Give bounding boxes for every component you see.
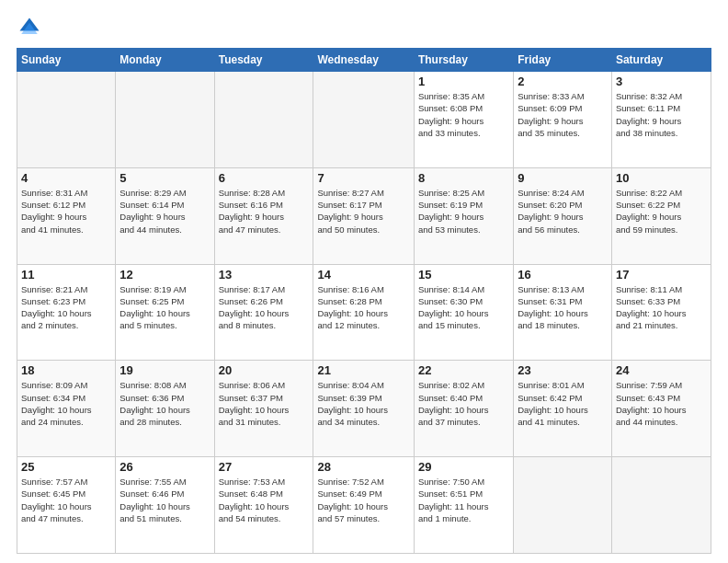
day-number: 22 bbox=[418, 363, 509, 377]
day-number: 12 bbox=[119, 268, 210, 282]
page: SundayMondayTuesdayWednesdayThursdayFrid… bbox=[0, 0, 728, 563]
day-number: 13 bbox=[219, 268, 310, 282]
calendar-cell: 22Sunrise: 8:02 AMSunset: 6:40 PMDayligh… bbox=[414, 361, 513, 457]
day-info: Sunrise: 8:16 AMSunset: 6:28 PMDaylight:… bbox=[317, 283, 409, 332]
day-info: Sunrise: 7:50 AMSunset: 6:51 PMDaylight:… bbox=[418, 476, 509, 524]
calendar-cell: 15Sunrise: 8:14 AMSunset: 6:30 PMDayligh… bbox=[414, 264, 513, 361]
calendar-cell: 19Sunrise: 8:08 AMSunset: 6:36 PMDayligh… bbox=[116, 361, 214, 457]
header-row: SundayMondayTuesdayWednesdayThursdayFrid… bbox=[17, 49, 711, 72]
calendar-cell: 3Sunrise: 8:32 AMSunset: 6:11 PMDaylight… bbox=[611, 72, 711, 168]
day-header: Wednesday bbox=[313, 49, 414, 72]
day-number: 26 bbox=[119, 460, 210, 474]
day-number: 15 bbox=[418, 268, 509, 282]
calendar-cell: 29Sunrise: 7:50 AMSunset: 6:51 PMDayligh… bbox=[414, 457, 513, 554]
day-number: 5 bbox=[119, 171, 210, 185]
calendar-cell: 5Sunrise: 8:29 AMSunset: 6:14 PMDaylight… bbox=[116, 167, 214, 264]
week-row: 4Sunrise: 8:31 AMSunset: 6:12 PMDaylight… bbox=[17, 167, 711, 264]
day-info: Sunrise: 8:04 AMSunset: 6:39 PMDaylight:… bbox=[317, 379, 409, 428]
week-row: 18Sunrise: 8:09 AMSunset: 6:34 PMDayligh… bbox=[17, 361, 711, 457]
day-number: 7 bbox=[317, 171, 409, 185]
day-number: 19 bbox=[119, 363, 210, 377]
day-number: 14 bbox=[317, 268, 409, 282]
calendar-cell: 25Sunrise: 7:57 AMSunset: 6:45 PMDayligh… bbox=[17, 457, 116, 554]
day-info: Sunrise: 7:52 AMSunset: 6:49 PMDaylight:… bbox=[317, 476, 409, 524]
calendar-cell bbox=[611, 457, 711, 554]
calendar-cell: 7Sunrise: 8:27 AMSunset: 6:17 PMDaylight… bbox=[313, 167, 414, 264]
header bbox=[17, 15, 711, 40]
day-number: 10 bbox=[616, 171, 707, 185]
day-info: Sunrise: 8:11 AMSunset: 6:33 PMDaylight:… bbox=[616, 283, 707, 332]
day-info: Sunrise: 8:21 AMSunset: 6:23 PMDaylight:… bbox=[21, 283, 111, 332]
calendar-cell: 21Sunrise: 8:04 AMSunset: 6:39 PMDayligh… bbox=[313, 361, 414, 457]
day-info: Sunrise: 7:53 AMSunset: 6:48 PMDaylight:… bbox=[219, 476, 310, 524]
day-number: 25 bbox=[21, 460, 111, 474]
week-row: 25Sunrise: 7:57 AMSunset: 6:45 PMDayligh… bbox=[17, 457, 711, 554]
calendar-cell: 6Sunrise: 8:28 AMSunset: 6:16 PMDaylight… bbox=[214, 167, 313, 264]
day-number: 4 bbox=[21, 171, 111, 185]
day-info: Sunrise: 8:02 AMSunset: 6:40 PMDaylight:… bbox=[418, 379, 509, 428]
calendar-cell: 2Sunrise: 8:33 AMSunset: 6:09 PMDaylight… bbox=[514, 72, 612, 168]
day-number: 21 bbox=[317, 363, 409, 377]
day-info: Sunrise: 8:32 AMSunset: 6:11 PMDaylight:… bbox=[616, 90, 707, 139]
day-header: Thursday bbox=[414, 49, 513, 72]
day-header: Monday bbox=[116, 49, 214, 72]
calendar-cell: 17Sunrise: 8:11 AMSunset: 6:33 PMDayligh… bbox=[611, 264, 711, 361]
day-info: Sunrise: 7:55 AMSunset: 6:46 PMDaylight:… bbox=[119, 476, 210, 524]
day-number: 6 bbox=[219, 171, 310, 185]
calendar-cell: 27Sunrise: 7:53 AMSunset: 6:48 PMDayligh… bbox=[214, 457, 313, 554]
day-header: Friday bbox=[514, 49, 612, 72]
day-info: Sunrise: 8:09 AMSunset: 6:34 PMDaylight:… bbox=[21, 379, 111, 428]
calendar-cell: 14Sunrise: 8:16 AMSunset: 6:28 PMDayligh… bbox=[313, 264, 414, 361]
day-number: 1 bbox=[418, 75, 509, 88]
day-info: Sunrise: 8:24 AMSunset: 6:20 PMDaylight:… bbox=[518, 187, 608, 236]
day-info: Sunrise: 8:29 AMSunset: 6:14 PMDaylight:… bbox=[119, 187, 210, 236]
calendar-cell: 24Sunrise: 7:59 AMSunset: 6:43 PMDayligh… bbox=[611, 361, 711, 457]
day-info: Sunrise: 8:27 AMSunset: 6:17 PMDaylight:… bbox=[317, 187, 409, 236]
calendar-cell: 20Sunrise: 8:06 AMSunset: 6:37 PMDayligh… bbox=[214, 361, 313, 457]
day-info: Sunrise: 8:06 AMSunset: 6:37 PMDaylight:… bbox=[219, 379, 310, 428]
day-number: 8 bbox=[418, 171, 509, 185]
calendar-cell: 16Sunrise: 8:13 AMSunset: 6:31 PMDayligh… bbox=[514, 264, 612, 361]
day-info: Sunrise: 8:28 AMSunset: 6:16 PMDaylight:… bbox=[219, 187, 310, 236]
calendar-cell: 1Sunrise: 8:35 AMSunset: 6:08 PMDaylight… bbox=[414, 72, 513, 168]
day-info: Sunrise: 7:59 AMSunset: 6:43 PMDaylight:… bbox=[616, 379, 707, 428]
day-info: Sunrise: 8:19 AMSunset: 6:25 PMDaylight:… bbox=[119, 283, 210, 332]
day-header: Saturday bbox=[611, 49, 711, 72]
calendar-cell: 11Sunrise: 8:21 AMSunset: 6:23 PMDayligh… bbox=[17, 264, 116, 361]
calendar-cell: 18Sunrise: 8:09 AMSunset: 6:34 PMDayligh… bbox=[17, 361, 116, 457]
day-number: 23 bbox=[518, 363, 608, 377]
calendar-cell: 10Sunrise: 8:22 AMSunset: 6:22 PMDayligh… bbox=[611, 167, 711, 264]
calendar-table: SundayMondayTuesdayWednesdayThursdayFrid… bbox=[17, 48, 711, 554]
calendar-cell: 9Sunrise: 8:24 AMSunset: 6:20 PMDaylight… bbox=[514, 167, 612, 264]
calendar-cell: 26Sunrise: 7:55 AMSunset: 6:46 PMDayligh… bbox=[116, 457, 214, 554]
calendar-cell bbox=[214, 72, 313, 168]
day-number: 3 bbox=[616, 75, 707, 88]
day-info: Sunrise: 8:25 AMSunset: 6:19 PMDaylight:… bbox=[418, 187, 509, 236]
calendar-cell: 23Sunrise: 8:01 AMSunset: 6:42 PMDayligh… bbox=[514, 361, 612, 457]
day-number: 9 bbox=[518, 171, 608, 185]
calendar-cell: 12Sunrise: 8:19 AMSunset: 6:25 PMDayligh… bbox=[116, 264, 214, 361]
day-info: Sunrise: 8:08 AMSunset: 6:36 PMDaylight:… bbox=[119, 379, 210, 428]
day-info: Sunrise: 8:17 AMSunset: 6:26 PMDaylight:… bbox=[219, 283, 310, 332]
logo-icon bbox=[17, 15, 42, 40]
day-info: Sunrise: 8:13 AMSunset: 6:31 PMDaylight:… bbox=[518, 283, 608, 332]
calendar-cell: 13Sunrise: 8:17 AMSunset: 6:26 PMDayligh… bbox=[214, 264, 313, 361]
day-info: Sunrise: 8:33 AMSunset: 6:09 PMDaylight:… bbox=[518, 90, 608, 139]
day-info: Sunrise: 8:14 AMSunset: 6:30 PMDaylight:… bbox=[418, 283, 509, 332]
calendar-cell bbox=[116, 72, 214, 168]
week-row: 1Sunrise: 8:35 AMSunset: 6:08 PMDaylight… bbox=[17, 72, 711, 168]
calendar-cell: 28Sunrise: 7:52 AMSunset: 6:49 PMDayligh… bbox=[313, 457, 414, 554]
day-info: Sunrise: 7:57 AMSunset: 6:45 PMDaylight:… bbox=[21, 476, 111, 524]
day-info: Sunrise: 8:01 AMSunset: 6:42 PMDaylight:… bbox=[518, 379, 608, 428]
day-header: Tuesday bbox=[214, 49, 313, 72]
day-number: 20 bbox=[219, 363, 310, 377]
calendar-cell: 4Sunrise: 8:31 AMSunset: 6:12 PMDaylight… bbox=[17, 167, 116, 264]
day-number: 28 bbox=[317, 460, 409, 474]
day-number: 16 bbox=[518, 268, 608, 282]
day-info: Sunrise: 8:22 AMSunset: 6:22 PMDaylight:… bbox=[616, 187, 707, 236]
logo bbox=[17, 15, 46, 40]
day-number: 24 bbox=[616, 363, 707, 377]
calendar-cell: 8Sunrise: 8:25 AMSunset: 6:19 PMDaylight… bbox=[414, 167, 513, 264]
day-number: 29 bbox=[418, 460, 509, 474]
calendar-cell bbox=[313, 72, 414, 168]
